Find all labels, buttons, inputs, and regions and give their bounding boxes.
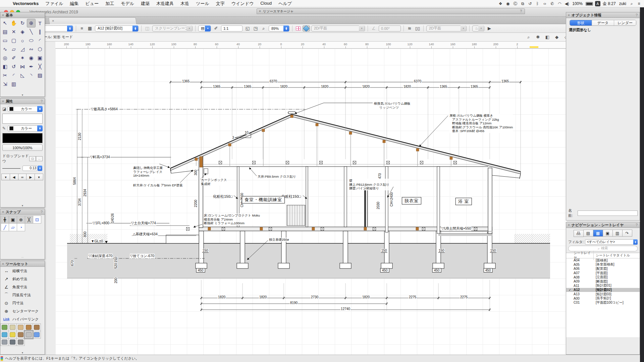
visibility-tool-icon[interactable]: ◉ bbox=[27, 54, 36, 62]
viewport-window-icon[interactable] bbox=[294, 25, 302, 32]
select-similar-tool-icon[interactable]: ▣ bbox=[36, 54, 44, 62]
palette-expander[interactable]: ▼ bbox=[0, 204, 45, 207]
drop-shadow-toggle[interactable]: ▢ bbox=[29, 156, 36, 161]
close-icon[interactable]: × bbox=[2, 262, 4, 266]
menu-bar-clock[interactable]: 金 8:27 bbox=[602, 1, 617, 7]
menu-編集[interactable]: 編集 bbox=[67, 1, 82, 7]
config-gear-icon[interactable] bbox=[16, 338, 25, 346]
sheet-layer-row-A09[interactable]: A09[断面図] bbox=[566, 279, 640, 284]
pan-tool-icon[interactable]: ✋ bbox=[9, 19, 18, 27]
design-layers-icon[interactable]: ▤ bbox=[583, 230, 593, 237]
eraser-tool-icon[interactable]: ▨ bbox=[36, 71, 44, 80]
menu-文字[interactable]: 文字 bbox=[213, 1, 228, 7]
shaded-cube-icon[interactable]: ◆ bbox=[553, 34, 561, 41]
resource-manager-bar[interactable]: × リソースマネージャ ? bbox=[257, 8, 525, 14]
app-menu[interactable]: Vectorworks bbox=[9, 1, 42, 6]
toolset-item-センターマーク[interactable]: ⊕センターマーク bbox=[0, 307, 45, 315]
input-source-badge[interactable]: A bbox=[595, 1, 600, 6]
layer-view-icon[interactable]: ▦ bbox=[86, 25, 94, 32]
resize-tool-icon[interactable]: ⇲ bbox=[1, 80, 9, 88]
copyright-badge-icon[interactable]: Ⓒ bbox=[512, 1, 518, 7]
attr-next-dropdown[interactable]: ▾ bbox=[35, 174, 43, 180]
toolset-item-縦横寸法[interactable]: ↔縦横寸法 bbox=[0, 267, 45, 275]
palette-expander[interactable]: ▼ bbox=[0, 94, 45, 96]
line-tool-icon[interactable]: ╲ bbox=[27, 27, 36, 36]
spotlight-search-icon[interactable]: ⌕ bbox=[629, 1, 635, 6]
palette-expander[interactable]: ⋯ bbox=[0, 256, 45, 259]
column-header[interactable]: シートレイヤタイトル bbox=[594, 253, 640, 258]
close-tab-icon[interactable]: × bbox=[52, 19, 54, 23]
text-tool-icon[interactable]: T bbox=[36, 19, 44, 27]
zoom-line-icon[interactable]: ⌕ bbox=[525, 34, 533, 41]
menu-ウインドウ[interactable]: ウインドウ bbox=[228, 1, 257, 7]
fillet-tool-icon[interactable]: ◜ bbox=[9, 71, 18, 80]
menu-木造建具[interactable]: 木造建具 bbox=[153, 1, 177, 7]
line-weight-field[interactable]: 0.13 ▲▼ bbox=[22, 166, 37, 171]
sheet-layer-row-A13[interactable]: A13[矩計図03] bbox=[566, 292, 640, 296]
clip-tool-icon[interactable]: ✂ bbox=[1, 71, 9, 80]
magic-wand-tool-icon[interactable]: ✶ bbox=[18, 54, 27, 62]
toolset-item-角度寸法[interactable]: ∠角度寸法 bbox=[0, 283, 45, 291]
control-center-icon[interactable]: ≡ bbox=[636, 1, 642, 6]
drop-shadow-more-button[interactable]: ... bbox=[36, 156, 43, 161]
rotate-tool-icon[interactable]: ↺ bbox=[9, 62, 18, 71]
opacity-button[interactable]: 100%/100% bbox=[2, 144, 43, 151]
irregular-tool-icon[interactable]: ∾ bbox=[27, 45, 36, 54]
menu-Cloud[interactable]: Cloud bbox=[257, 1, 275, 7]
toolbox-icon[interactable] bbox=[33, 323, 41, 331]
toolset-item-円弧長寸法[interactable]: ⌒円弧長寸法 bbox=[0, 291, 45, 299]
render-style-dropdown[interactable]: ♨▾ bbox=[472, 25, 484, 32]
close-icon[interactable]: × bbox=[2, 210, 4, 214]
selection-tool-icon[interactable]: ↖ bbox=[1, 19, 9, 27]
menu-ファイル[interactable]: ファイル bbox=[42, 1, 66, 7]
rectangle-tool-icon[interactable]: ▭ bbox=[1, 36, 9, 45]
menu-木造[interactable]: 木造 bbox=[177, 1, 193, 7]
zoom-objects-icon[interactable]: ◳ bbox=[252, 25, 259, 32]
current-view-dropdown[interactable]: 2D/平面▾ bbox=[311, 25, 365, 32]
object-snap-icon[interactable]: ▣ bbox=[9, 216, 17, 224]
site-model-icon[interactable] bbox=[8, 323, 17, 331]
toolset-item-ハイパーリンク[interactable]: Linkハイパーリンク bbox=[0, 315, 45, 323]
name-input[interactable] bbox=[578, 210, 638, 216]
help-icon[interactable]: ? bbox=[41, 210, 43, 214]
sheet-layer-row-A11[interactable]: A11[矩計図01] bbox=[566, 284, 640, 288]
bluetooth-icon[interactable]: ᛒ bbox=[534, 1, 540, 6]
layer-stack-icon[interactable]: ≋ bbox=[406, 25, 413, 32]
sheet-layer-row-A12[interactable]: ✓A12[矩計図02] bbox=[566, 288, 640, 292]
attr-link-button[interactable]: ∞ bbox=[18, 174, 27, 180]
layer-scale-field[interactable]: 1:1 bbox=[221, 25, 243, 32]
sheet-layer-row-A08[interactable]: A08[立面図] bbox=[566, 275, 640, 280]
rounded-rect-tool-icon[interactable]: ▢ bbox=[9, 36, 18, 45]
flyover-tool-icon[interactable]: ↻ bbox=[18, 19, 27, 27]
chamfer-tool-icon[interactable]: ◺ bbox=[18, 71, 27, 80]
site-planning-icon[interactable] bbox=[0, 323, 9, 331]
phone-icon[interactable]: ✆ bbox=[549, 1, 555, 6]
code-brackets-icon[interactable]: ‹› bbox=[542, 1, 548, 6]
arc-tool-icon[interactable]: ◜ bbox=[36, 36, 44, 45]
sheet-layer-row-A06[interactable]: A06[配置図] bbox=[566, 267, 640, 271]
sheet-layer-row-A05[interactable]: A05[各室面積表] bbox=[566, 262, 640, 267]
polygon-tool-icon[interactable]: ▱ bbox=[9, 45, 18, 54]
help-icon[interactable]: ? bbox=[636, 223, 638, 227]
callout-tool-icon[interactable]: ▤ bbox=[1, 27, 9, 36]
toolset-item-円寸法[interactable]: ⊙円寸法 bbox=[0, 299, 45, 307]
tab-データ[interactable]: データ bbox=[592, 20, 614, 25]
structural-steel-icon[interactable] bbox=[0, 338, 9, 346]
zoom-tool-icon[interactable]: ⊕ bbox=[27, 19, 36, 27]
fill-preview[interactable] bbox=[2, 114, 43, 124]
close-icon[interactable]: × bbox=[568, 13, 570, 17]
tab-レンダー[interactable]: レンダー bbox=[614, 20, 636, 25]
layer-options-icon[interactable]: ≡ bbox=[78, 25, 86, 32]
close-icon[interactable]: × bbox=[259, 9, 261, 13]
smart-edge-snap-icon[interactable]: ▱ bbox=[9, 223, 17, 231]
sheet-layer-row-A07[interactable]: A07[平面図] bbox=[566, 271, 640, 275]
help-icon[interactable]: ? bbox=[520, 9, 522, 13]
spiral-tool-icon[interactable]: ◎ bbox=[1, 54, 9, 62]
zoom-level-dropdown[interactable]: 89%▲▼ bbox=[269, 25, 289, 32]
tangent-snap-icon[interactable]: ◔ bbox=[17, 223, 25, 231]
3d-modeling-icon[interactable] bbox=[0, 331, 9, 339]
drawing-canvas[interactable]: 1365637063701365136513651820182018201820… bbox=[55, 49, 567, 359]
menu-ヘルプ[interactable]: ヘルプ bbox=[275, 1, 295, 7]
render-style-icon[interactable]: ◧ bbox=[543, 34, 551, 41]
wifi-icon[interactable]: ◠ bbox=[556, 1, 562, 6]
